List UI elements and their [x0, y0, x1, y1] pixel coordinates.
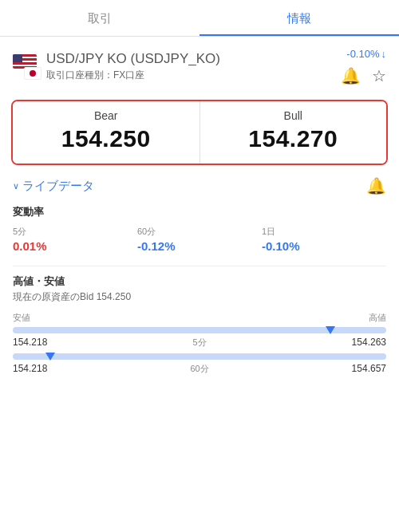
slider-row-5min: 154.218 5分 154.263 [13, 327, 386, 349]
slider-track-60min [13, 353, 386, 360]
price-box-wrapper: Bear 154.250 Bull 154.270 [11, 100, 388, 165]
instrument-name: USD/JPY KO (USDJPY_KO) [46, 51, 220, 67]
alert-settings-icon[interactable]: 🔔 [366, 176, 386, 195]
divider-1 [13, 266, 386, 266]
bull-price-box[interactable]: Bull 154.270 [200, 101, 387, 164]
bear-value: 154.250 [26, 125, 187, 152]
vol-value-1day: -0.10% [262, 239, 386, 253]
flag-us-icon [13, 54, 37, 69]
star-icon[interactable]: ☆ [372, 66, 386, 85]
bell-icon[interactable]: 🔔 [341, 66, 361, 85]
slider-thumb-5min [326, 326, 335, 334]
high-axis-label: 高値 [369, 312, 386, 324]
vol-item-5min: 5分 0.01% [13, 226, 137, 253]
slider-period-60min: 60分 [190, 363, 208, 375]
tab-bar: 取引 情報 [0, 0, 399, 37]
vol-time-5min: 5分 [13, 226, 137, 238]
bull-label: Bull [213, 109, 374, 122]
slider-track-5min [13, 327, 386, 333]
vol-item-1day: 1日 -0.10% [262, 226, 386, 253]
header-icons: 🔔 ☆ [341, 66, 386, 85]
instrument-main: USD/JPY KO [46, 51, 127, 66]
vol-time-60min: 60分 [137, 226, 262, 238]
change-direction: ↓ [381, 48, 387, 60]
low-axis-label: 安値 [13, 312, 30, 324]
hl-desc: 現在の原資産のBid 154.250 [13, 290, 386, 304]
slider-row-60min: 154.218 60分 154.657 [13, 353, 386, 375]
volatility-grid: 5分 0.01% 60分 -0.12% 1日 -0.10% [13, 226, 386, 253]
vol-item-60min: 60分 -0.12% [137, 226, 262, 253]
instrument-code: (USDJPY_KO) [131, 51, 220, 66]
change-value: -0.10% [346, 48, 379, 60]
tab-trade[interactable]: 取引 [0, 0, 200, 36]
live-data-title[interactable]: ライブデータ [13, 179, 94, 194]
flag-usdjpy [13, 54, 38, 80]
flag-jp-icon [24, 67, 41, 80]
header-right: -0.10% ↓ 🔔 ☆ [341, 48, 386, 85]
change-badge: -0.10% ↓ [346, 48, 386, 60]
vol-value-60min: -0.12% [137, 239, 262, 253]
bear-price-box[interactable]: Bear 154.250 [13, 101, 200, 164]
vol-time-1day: 1日 [262, 226, 386, 238]
slider-low-5min: 154.218 [13, 337, 47, 349]
bull-value: 154.270 [213, 125, 374, 152]
bear-label: Bear [26, 109, 187, 122]
slider-period-5min: 5分 [192, 337, 206, 349]
header-title: USD/JPY KO (USDJPY_KO) 取引口座種別：FX口座 [46, 51, 220, 82]
account-type: 取引口座種別：FX口座 [46, 69, 220, 82]
tab-info[interactable]: 情報 [200, 0, 399, 36]
slider-labels-5min: 154.218 5分 154.263 [13, 337, 386, 349]
hl-axis: 安値 高値 [13, 312, 386, 324]
slider-labels-60min: 154.218 60分 154.657 [13, 363, 386, 375]
hl-label: 高値・安値 [13, 274, 386, 289]
vol-value-5min: 0.01% [13, 239, 137, 253]
volatility-label: 変動率 [13, 205, 386, 219]
slider-low-60min: 154.218 [13, 363, 47, 375]
live-data-section: ライブデータ 🔔 変動率 5分 0.01% 60分 -0.12% 1日 -0.1… [0, 176, 399, 375]
header: USD/JPY KO (USDJPY_KO) 取引口座種別：FX口座 -0.10… [0, 37, 399, 93]
slider-thumb-60min [45, 353, 55, 361]
section-header: ライブデータ 🔔 [13, 176, 386, 195]
slider-high-5min: 154.263 [352, 337, 386, 349]
slider-high-60min: 154.657 [352, 363, 386, 375]
header-left: USD/JPY KO (USDJPY_KO) 取引口座種別：FX口座 [13, 51, 220, 82]
